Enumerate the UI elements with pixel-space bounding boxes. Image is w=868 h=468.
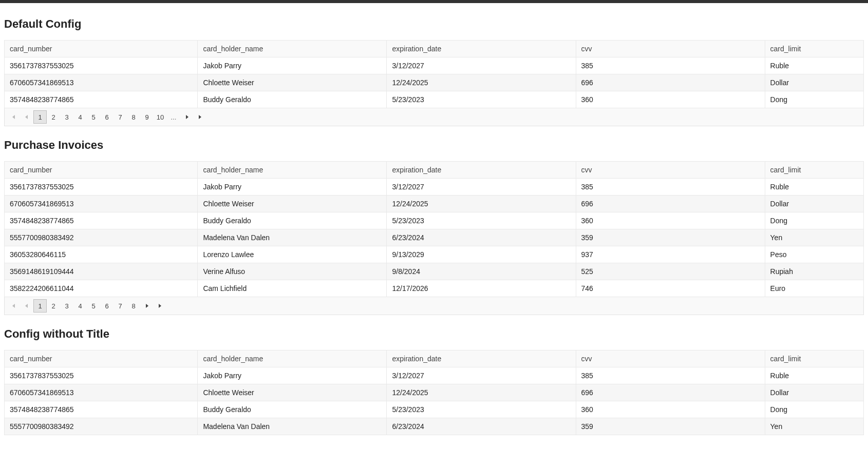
cell-card_holder_name: Jakob Parry: [198, 179, 387, 196]
header-row: card_number card_holder_name expiration_…: [5, 350, 864, 367]
section-purchase-invoices: Purchase Invoices card_number card_holde…: [4, 139, 864, 315]
page-number-button[interactable]: 1: [33, 110, 47, 124]
table-row[interactable]: 6706057341869513 Chloette Weiser 12/24/2…: [5, 384, 864, 401]
page-number-button[interactable]: 7: [114, 110, 127, 124]
cell-cvv: 746: [576, 280, 765, 297]
pager: 1 2 3 4 5 6 7 8: [4, 297, 864, 315]
data-grid-config-without-title: card_number card_holder_name expiration_…: [4, 350, 864, 435]
col-header[interactable]: cvv: [576, 350, 765, 367]
cell-card_number: 36053280646115: [5, 246, 198, 263]
page-number-button[interactable]: 2: [47, 299, 60, 313]
table-row[interactable]: 36053280646115 Lorenzo Lawlee 9/13/2029 …: [5, 246, 864, 263]
cell-card_holder_name: Verine Alfuso: [198, 263, 387, 280]
cell-card_limit: Dong: [765, 212, 863, 229]
cell-card_limit: Yen: [765, 418, 863, 435]
page-number-button[interactable]: 10: [154, 110, 167, 124]
cell-expiration_date: 5/23/2023: [387, 212, 576, 229]
cell-card_limit: Dong: [765, 91, 863, 108]
page-number-button[interactable]: 7: [114, 299, 127, 313]
col-header[interactable]: card_holder_name: [198, 162, 387, 179]
col-header[interactable]: card_holder_name: [198, 350, 387, 367]
table-row[interactable]: 3574848238774865 Buddy Geraldo 5/23/2023…: [5, 401, 864, 418]
table-row[interactable]: 3569148619109444 Verine Alfuso 9/8/2024 …: [5, 263, 864, 280]
col-header[interactable]: card_limit: [765, 41, 863, 57]
cell-card_number: 6706057341869513: [5, 384, 198, 401]
cell-card_number: 3569148619109444: [5, 263, 198, 280]
page-number-button[interactable]: 8: [127, 110, 140, 124]
page-number-button[interactable]: 2: [47, 110, 60, 124]
table-row[interactable]: 6706057341869513 Chloette Weiser 12/24/2…: [5, 196, 864, 212]
cell-expiration_date: 12/17/2026: [387, 280, 576, 297]
page-content: Default Config card_number card_holder_n…: [0, 3, 868, 453]
col-header[interactable]: cvv: [576, 162, 765, 179]
cell-expiration_date: 5/23/2023: [387, 401, 576, 418]
page-number-button[interactable]: 4: [73, 110, 87, 124]
pager: 1 2 3 4 5 6 7 8 9 10 ...: [4, 108, 864, 126]
col-header[interactable]: card_number: [5, 162, 198, 179]
cell-expiration_date: 12/24/2025: [387, 384, 576, 401]
table-row[interactable]: 3574848238774865 Buddy Geraldo 5/23/2023…: [5, 212, 864, 229]
cell-card_limit: Euro: [765, 280, 863, 297]
table-row[interactable]: 3574848238774865 Buddy Geraldo 5/23/2023…: [5, 91, 864, 108]
cell-card_number: 5557700980383492: [5, 418, 198, 435]
cell-card_limit: Ruble: [765, 179, 863, 196]
page-number-button[interactable]: 4: [73, 299, 87, 313]
col-header[interactable]: expiration_date: [387, 162, 576, 179]
prev-page-icon[interactable]: [20, 299, 33, 313]
cell-card_limit: Dollar: [765, 74, 863, 91]
cell-card_holder_name: Jakob Parry: [198, 57, 387, 74]
table-row[interactable]: 3561737837553025 Jakob Parry 3/12/2027 3…: [5, 179, 864, 196]
col-header[interactable]: card_number: [5, 41, 198, 57]
table-row[interactable]: 5557700980383492 Madelena Van Dalen 6/23…: [5, 418, 864, 435]
table-row[interactable]: 3582224206611044 Cam Lichfield 12/17/202…: [5, 280, 864, 297]
page-number-button[interactable]: 3: [60, 110, 73, 124]
cell-expiration_date: 9/13/2029: [387, 246, 576, 263]
last-page-icon[interactable]: [154, 299, 167, 313]
cell-cvv: 360: [576, 212, 765, 229]
col-header[interactable]: card_limit: [765, 162, 863, 179]
first-page-icon[interactable]: [7, 110, 20, 124]
page-number-button[interactable]: 9: [140, 110, 154, 124]
cell-cvv: 359: [576, 418, 765, 435]
cell-cvv: 696: [576, 196, 765, 212]
data-grid-default-config: card_number card_holder_name expiration_…: [4, 40, 864, 108]
page-number-button[interactable]: 3: [60, 299, 73, 313]
first-page-icon[interactable]: [7, 299, 20, 313]
cell-expiration_date: 3/12/2027: [387, 367, 576, 384]
col-header[interactable]: expiration_date: [387, 350, 576, 367]
next-page-icon[interactable]: [140, 299, 154, 313]
col-header[interactable]: card_holder_name: [198, 41, 387, 57]
col-header[interactable]: card_limit: [765, 350, 863, 367]
col-header[interactable]: cvv: [576, 41, 765, 57]
prev-page-icon[interactable]: [20, 110, 33, 124]
table-row[interactable]: 5557700980383492 Madelena Van Dalen 6/23…: [5, 229, 864, 246]
cell-expiration_date: 6/23/2024: [387, 418, 576, 435]
last-page-icon[interactable]: [194, 110, 207, 124]
cell-card_holder_name: Lorenzo Lawlee: [198, 246, 387, 263]
page-number-button[interactable]: 5: [87, 299, 100, 313]
page-number-button[interactable]: 6: [100, 110, 114, 124]
cell-cvv: 359: [576, 229, 765, 246]
cell-card_holder_name: Buddy Geraldo: [198, 212, 387, 229]
cell-card_holder_name: Chloette Weiser: [198, 196, 387, 212]
cell-expiration_date: 12/24/2025: [387, 196, 576, 212]
section-default-config: Default Config card_number card_holder_n…: [4, 17, 864, 126]
table-row[interactable]: 6706057341869513 Chloette Weiser 12/24/2…: [5, 74, 864, 91]
cell-card_limit: Ruble: [765, 367, 863, 384]
table-row[interactable]: 3561737837553025 Jakob Parry 3/12/2027 3…: [5, 367, 864, 384]
cell-expiration_date: 3/12/2027: [387, 57, 576, 74]
col-header[interactable]: card_number: [5, 350, 198, 367]
header-row: card_number card_holder_name expiration_…: [5, 41, 864, 57]
page-number-button[interactable]: 8: [127, 299, 140, 313]
next-page-icon[interactable]: [180, 110, 194, 124]
pager-ellipsis: ...: [167, 110, 180, 124]
page-number-button[interactable]: 5: [87, 110, 100, 124]
cell-card_number: 6706057341869513: [5, 74, 198, 91]
col-header[interactable]: expiration_date: [387, 41, 576, 57]
cell-card_number: 6706057341869513: [5, 196, 198, 212]
cell-cvv: 696: [576, 384, 765, 401]
page-number-button[interactable]: 1: [33, 299, 47, 313]
cell-cvv: 385: [576, 57, 765, 74]
table-row[interactable]: 3561737837553025 Jakob Parry 3/12/2027 3…: [5, 57, 864, 74]
page-number-button[interactable]: 6: [100, 299, 114, 313]
